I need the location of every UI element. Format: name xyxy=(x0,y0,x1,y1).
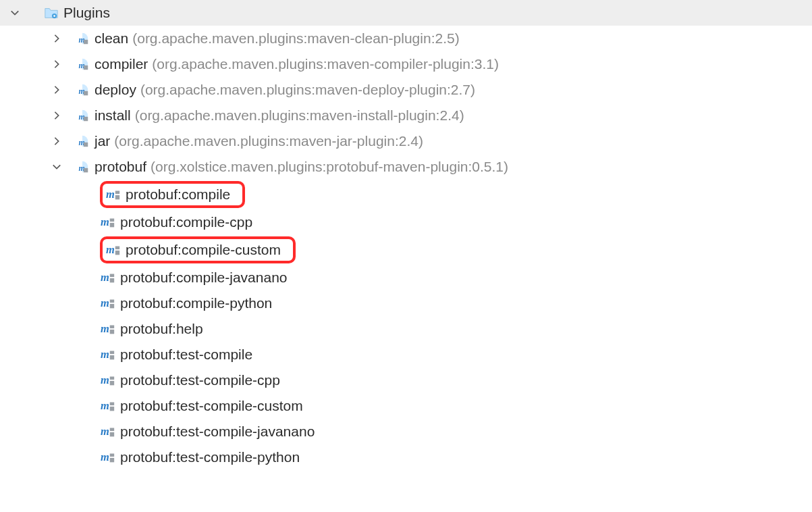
plugin-row[interactable]: m deploy(org.apache.maven.plugins:maven-… xyxy=(0,77,812,103)
svg-rect-34 xyxy=(110,300,114,303)
plugin-row[interactable]: m clean(org.apache.maven.plugins:maven-c… xyxy=(0,26,812,51)
maven-goal-icon: m xyxy=(100,372,116,388)
plugin-coordinates: (org.apache.maven.plugins:maven-clean-pl… xyxy=(132,30,459,47)
svg-rect-7 xyxy=(84,66,88,70)
root-label: Plugins xyxy=(63,5,110,21)
goal-row[interactable]: m protobuf:compile-javanano xyxy=(0,265,812,290)
svg-rect-39 xyxy=(110,355,114,359)
plugin-name: compiler xyxy=(94,56,148,72)
plugins-container: m clean(org.apache.maven.plugins:maven-c… xyxy=(0,26,812,470)
svg-text:m: m xyxy=(101,374,109,386)
maven-plugin-icon: m xyxy=(74,133,90,149)
svg-rect-28 xyxy=(115,247,119,250)
chevron-down-icon[interactable] xyxy=(5,8,24,18)
svg-rect-46 xyxy=(110,403,114,406)
goal-row[interactable]: m protobuf:help xyxy=(0,316,812,342)
chevron-right-icon[interactable] xyxy=(47,59,66,69)
svg-rect-42 xyxy=(110,381,114,385)
svg-text:m: m xyxy=(101,297,109,309)
plugin-coordinates: (org.apache.maven.plugins:maven-deploy-p… xyxy=(140,82,475,98)
plugin-name: clean xyxy=(94,30,128,47)
maven-goal-icon: m xyxy=(100,321,116,337)
goal-label: protobuf:test-compile-python xyxy=(120,449,300,465)
plugin-coordinates: (org.xolstice.maven.plugins:protobuf-mav… xyxy=(151,159,508,175)
chevron-right-icon[interactable] xyxy=(47,85,66,95)
goal-row[interactable]: m protobuf:test-compile xyxy=(0,342,812,367)
plugin-name: deploy xyxy=(94,82,136,98)
goal-row[interactable]: m protobuf:test-compile-custom xyxy=(0,393,812,419)
maven-goal-icon: m xyxy=(100,347,116,363)
svg-rect-43 xyxy=(110,377,114,380)
svg-rect-10 xyxy=(84,91,88,95)
tree-root-row[interactable]: . Plugins xyxy=(0,0,812,26)
plugin-row[interactable]: m compiler(org.apache.maven.plugins:mave… xyxy=(0,51,812,77)
svg-rect-30 xyxy=(110,278,114,282)
maven-goal-icon: m xyxy=(100,424,116,440)
plugin-coordinates: (org.apache.maven.plugins:maven-compiler… xyxy=(152,56,499,72)
goal-label: protobuf:compile xyxy=(126,186,230,203)
goal-row[interactable]: m protobuf:compile-custom xyxy=(0,235,812,265)
svg-rect-4 xyxy=(84,40,88,44)
svg-rect-13 xyxy=(84,117,88,121)
plugin-row[interactable]: m jar(org.apache.maven.plugins:maven-jar… xyxy=(0,128,812,154)
plugin-name: protobuf xyxy=(94,159,146,175)
goal-row[interactable]: m protobuf:test-compile-javanano xyxy=(0,419,812,444)
svg-text:m: m xyxy=(106,188,115,201)
goal-row[interactable]: m protobuf:test-compile-cpp xyxy=(0,367,812,393)
svg-rect-24 xyxy=(110,223,114,227)
maven-goal-icon: m xyxy=(100,214,116,230)
goal-label: protobuf:test-compile-custom xyxy=(120,398,303,414)
svg-rect-40 xyxy=(110,351,114,355)
svg-rect-52 xyxy=(110,454,114,457)
chevron-down-icon[interactable] xyxy=(47,162,66,172)
goal-label: protobuf:compile-cpp xyxy=(120,214,252,230)
svg-rect-31 xyxy=(110,274,114,278)
goal-label: protobuf:compile-custom xyxy=(126,242,281,258)
goal-label: protobuf:test-compile xyxy=(120,347,252,363)
goal-label: protobuf:test-compile-javanano xyxy=(120,424,315,440)
folder-gear-icon xyxy=(43,5,59,21)
chevron-right-icon[interactable] xyxy=(47,34,66,43)
svg-text:m: m xyxy=(101,271,109,284)
svg-text:m: m xyxy=(101,322,109,335)
goal-row[interactable]: m protobuf:test-compile-python xyxy=(0,444,812,470)
svg-rect-25 xyxy=(110,219,114,222)
svg-rect-33 xyxy=(110,304,114,308)
goal-label: protobuf:help xyxy=(120,321,203,337)
svg-rect-16 xyxy=(84,143,88,147)
plugin-row[interactable]: m protobuf(org.xolstice.maven.plugins:pr… xyxy=(0,154,812,180)
maven-goal-icon: m xyxy=(100,295,116,311)
svg-rect-49 xyxy=(110,428,114,432)
maven-plugin-icon: m xyxy=(74,159,90,175)
maven-goal-icon: m xyxy=(105,242,121,258)
chevron-right-icon[interactable] xyxy=(47,136,66,146)
plugin-name: install xyxy=(94,107,131,124)
maven-plugins-tree: . Plugins m clean(org.apache.maven.plugi… xyxy=(0,0,812,470)
svg-rect-37 xyxy=(110,326,114,329)
goal-row[interactable]: m protobuf:compile-cpp xyxy=(0,209,812,235)
svg-text:m: m xyxy=(101,451,109,463)
goal-label: protobuf:compile-python xyxy=(120,295,272,311)
plugin-coordinates: (org.apache.maven.plugins:maven-install-… xyxy=(135,107,464,124)
maven-goal-icon: m xyxy=(100,270,116,286)
plugin-name: jar xyxy=(94,133,110,149)
svg-point-1 xyxy=(53,15,55,17)
maven-plugin-icon: m xyxy=(74,107,90,124)
goal-row[interactable]: m protobuf:compile-python xyxy=(0,290,812,316)
maven-plugin-icon: m xyxy=(74,82,90,98)
goal-label: protobuf:compile-javanano xyxy=(120,270,288,286)
highlight-annotation: m protobuf:compile xyxy=(100,181,245,208)
svg-rect-27 xyxy=(115,251,119,255)
chevron-right-icon[interactable] xyxy=(47,111,66,120)
svg-text:m: m xyxy=(106,243,115,256)
maven-plugin-icon: m xyxy=(74,30,90,47)
goal-row[interactable]: m protobuf:compile xyxy=(0,180,812,209)
highlight-annotation: m protobuf:compile-custom xyxy=(100,236,296,263)
svg-rect-21 xyxy=(115,195,119,199)
plugin-coordinates: (org.apache.maven.plugins:maven-jar-plug… xyxy=(114,133,423,149)
svg-text:m: m xyxy=(101,399,109,412)
svg-rect-19 xyxy=(84,168,88,172)
plugin-row[interactable]: m install(org.apache.maven.plugins:maven… xyxy=(0,103,812,128)
svg-rect-22 xyxy=(115,191,119,195)
svg-rect-51 xyxy=(110,458,114,462)
